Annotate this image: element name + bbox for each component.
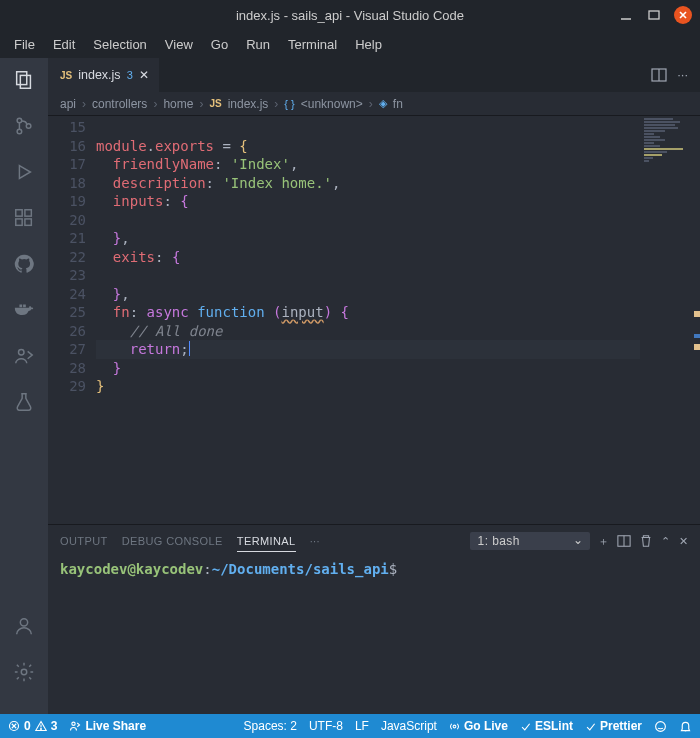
breadcrumb-item[interactable]: index.js xyxy=(228,97,269,111)
breadcrumb-item[interactable]: controllers xyxy=(92,97,147,111)
status-eol[interactable]: LF xyxy=(355,719,369,733)
activity-scm-icon[interactable] xyxy=(10,112,38,140)
svg-point-21 xyxy=(21,669,27,675)
status-bar: 0 3 Live Share Spaces: 2 UTF-8 LF JavaSc… xyxy=(0,714,700,738)
window-maximize-button[interactable] xyxy=(646,7,662,23)
tab-label: index.js xyxy=(78,68,120,82)
svg-rect-10 xyxy=(16,210,22,216)
svg-rect-1 xyxy=(649,11,659,19)
code-editor[interactable]: 151617181920212223242526272829 module.ex… xyxy=(48,116,700,524)
javascript-file-icon: JS xyxy=(209,98,221,109)
status-spaces[interactable]: Spaces: 2 xyxy=(244,719,297,733)
title-bar: index.js - sails_api - Visual Studio Cod… xyxy=(0,0,700,30)
maximize-panel-icon[interactable]: ⌃ xyxy=(661,535,670,548)
breadcrumb-item[interactable]: fn xyxy=(393,97,403,111)
activity-github-icon[interactable] xyxy=(10,250,38,278)
bottom-panel: OUTPUT DEBUG CONSOLE TERMINAL ··· 1: bas… xyxy=(48,524,700,714)
breadcrumb-item[interactable]: api xyxy=(60,97,76,111)
terminal[interactable]: kaycodev@kaycodev:~/Documents/sails_api$ xyxy=(48,557,700,714)
svg-point-19 xyxy=(19,350,25,356)
terminal-prompt-user: kaycodev@kaycodev xyxy=(60,561,203,577)
activity-docker-icon[interactable] xyxy=(10,296,38,324)
menu-bar: File Edit Selection View Go Run Terminal… xyxy=(0,30,700,58)
line-number-gutter: 151617181920212223242526272829 xyxy=(48,116,96,524)
menu-help[interactable]: Help xyxy=(347,33,390,56)
menu-edit[interactable]: Edit xyxy=(45,33,83,56)
window-title: index.js - sails_api - Visual Studio Cod… xyxy=(236,8,464,23)
panel-tab-terminal[interactable]: TERMINAL xyxy=(237,531,296,552)
status-language[interactable]: JavaScript xyxy=(381,719,437,733)
activity-run-icon[interactable] xyxy=(10,158,38,186)
svg-rect-17 xyxy=(19,305,22,308)
status-prettier[interactable]: Prettier xyxy=(585,719,642,733)
editor-tab-row: JS index.js 3 ✕ ··· xyxy=(48,58,700,92)
status-encoding[interactable]: UTF-8 xyxy=(309,719,343,733)
tab-problem-count: 3 xyxy=(127,69,133,81)
window-minimize-button[interactable] xyxy=(618,7,634,23)
editor-tab-indexjs[interactable]: JS index.js 3 ✕ xyxy=(48,58,159,92)
status-problems[interactable]: 0 3 xyxy=(8,719,57,733)
svg-point-6 xyxy=(17,118,22,123)
status-feedback-icon[interactable] xyxy=(654,720,667,733)
activity-bar xyxy=(0,58,48,714)
svg-point-7 xyxy=(17,129,22,134)
activity-explorer-icon[interactable] xyxy=(10,66,38,94)
activity-settings-icon[interactable] xyxy=(10,658,38,686)
split-editor-icon[interactable] xyxy=(651,67,667,83)
svg-point-30 xyxy=(40,729,41,730)
svg-rect-4 xyxy=(17,72,27,85)
tab-close-icon[interactable]: ✕ xyxy=(139,68,149,82)
menu-view[interactable]: View xyxy=(157,33,201,56)
status-eslint[interactable]: ESLint xyxy=(520,719,573,733)
more-actions-icon[interactable]: ··· xyxy=(677,67,688,83)
split-terminal-icon[interactable] xyxy=(617,534,631,548)
svg-marker-9 xyxy=(19,166,30,179)
svg-rect-12 xyxy=(25,219,31,225)
javascript-file-icon: JS xyxy=(60,70,72,81)
kill-terminal-icon[interactable] xyxy=(639,534,653,548)
close-panel-icon[interactable]: ✕ xyxy=(679,535,688,548)
window-close-button[interactable] xyxy=(674,6,692,24)
breadcrumb[interactable]: api› controllers› home› JS index.js› { }… xyxy=(48,92,700,116)
menu-go[interactable]: Go xyxy=(203,33,236,56)
svg-point-31 xyxy=(72,722,75,725)
breadcrumb-item[interactable]: <unknown> xyxy=(301,97,363,111)
status-golive[interactable]: Go Live xyxy=(449,719,508,733)
symbol-method-icon: ◈ xyxy=(379,97,387,110)
svg-point-32 xyxy=(453,725,456,728)
terminal-picker[interactable]: 1: bash xyxy=(470,532,590,550)
menu-run[interactable]: Run xyxy=(238,33,278,56)
svg-rect-18 xyxy=(23,305,26,308)
svg-rect-13 xyxy=(25,210,31,216)
menu-file[interactable]: File xyxy=(6,33,43,56)
overview-ruler[interactable] xyxy=(690,116,700,524)
svg-rect-11 xyxy=(16,219,22,225)
menu-terminal[interactable]: Terminal xyxy=(280,33,345,56)
symbol-module-icon: { } xyxy=(284,98,294,110)
activity-extensions-icon[interactable] xyxy=(10,204,38,232)
activity-liveshare-icon[interactable] xyxy=(10,342,38,370)
svg-point-20 xyxy=(20,619,27,626)
terminal-prompt-path: ~/Documents/sails_api xyxy=(212,561,389,577)
panel-tab-debug[interactable]: DEBUG CONSOLE xyxy=(122,531,223,551)
breadcrumb-item[interactable]: home xyxy=(163,97,193,111)
svg-point-33 xyxy=(656,721,666,731)
menu-selection[interactable]: Selection xyxy=(85,33,154,56)
activity-accounts-icon[interactable] xyxy=(10,612,38,640)
panel-tab-output[interactable]: OUTPUT xyxy=(60,531,108,551)
new-terminal-icon[interactable]: ＋ xyxy=(598,534,609,549)
activity-test-icon[interactable] xyxy=(10,388,38,416)
svg-rect-5 xyxy=(20,75,30,88)
status-notifications-icon[interactable] xyxy=(679,720,692,733)
code-content[interactable]: module.exports = { friendlyName: 'Index'… xyxy=(96,116,700,524)
status-liveshare[interactable]: Live Share xyxy=(69,719,146,733)
panel-tab-more[interactable]: ··· xyxy=(310,531,320,551)
